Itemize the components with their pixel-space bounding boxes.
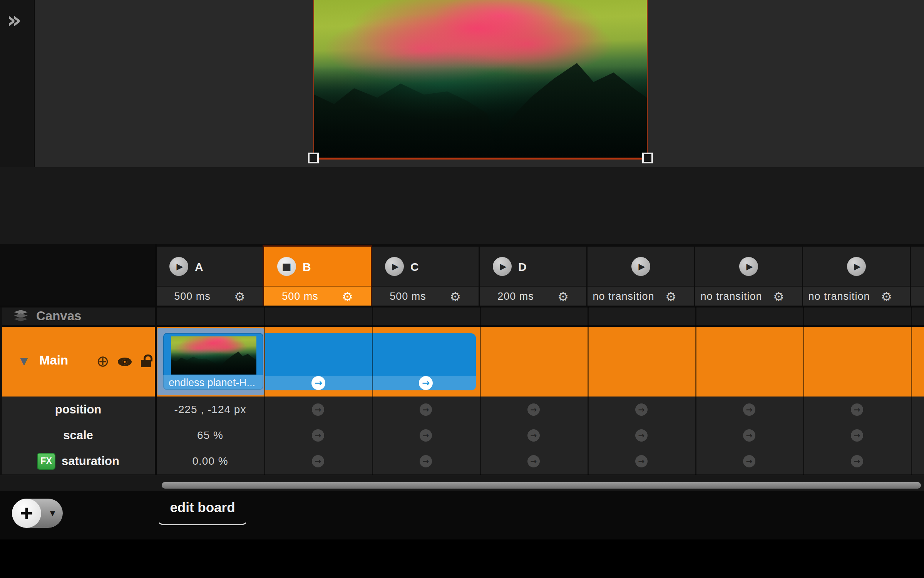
play-button[interactable]: ▶ <box>739 257 758 276</box>
board-column-b-header[interactable]: ■ B 500 ms ⚙ <box>264 247 371 306</box>
keyframe-arrow-icon[interactable]: → <box>420 403 432 416</box>
clip-transition-strip: → → <box>265 376 476 390</box>
add-button-with-dropdown[interactable]: + ▼ <box>12 499 63 528</box>
expand-panel-icon[interactable]: » <box>7 7 21 33</box>
layers-icon <box>14 310 28 323</box>
keyframe-arrow-icon[interactable]: → <box>527 403 540 416</box>
media-clip-cell-a[interactable]: endless planet-H... <box>163 333 263 390</box>
clip-thumbnail <box>171 336 256 375</box>
gear-icon[interactable]: ⚙ <box>773 289 784 304</box>
app-window: » Dashboard Timeline 1 ▶ A 500 ms <box>0 0 924 578</box>
property-value[interactable]: 65 % <box>156 422 264 448</box>
board-column-5-header[interactable]: ▶ no transition ⚙ <box>588 247 694 306</box>
gear-icon[interactable]: ⚙ <box>342 289 353 304</box>
keyframe-arrow-icon[interactable]: → <box>635 455 648 467</box>
plus-icon[interactable]: + <box>12 499 41 528</box>
keyframe-arrow-icon[interactable]: → <box>851 403 863 416</box>
transition-setting[interactable]: no transition <box>803 287 875 306</box>
board-column-c-header[interactable]: ▶ C 500 ms ⚙ <box>372 247 479 306</box>
play-button[interactable]: ▶ <box>847 257 866 276</box>
play-button[interactable]: ▶ <box>493 257 512 276</box>
column-divider <box>588 307 589 475</box>
board-column-6-header[interactable]: ▶ no transition ⚙ <box>695 247 802 306</box>
add-to-layer-icon[interactable]: ⊕ <box>96 352 109 370</box>
keyframe-arrow-icon[interactable]: → <box>420 455 432 467</box>
canvas-group-row[interactable]: Canvas <box>0 307 924 325</box>
horizontal-scrollbar-track[interactable] <box>0 475 924 491</box>
property-label: saturation <box>62 454 119 468</box>
column-label: C <box>410 260 419 274</box>
edit-board-button[interactable]: edit board <box>156 500 249 525</box>
keyframe-arrow-icon[interactable]: → <box>851 429 863 442</box>
column-divider <box>803 307 804 475</box>
stop-button[interactable]: ■ <box>277 257 296 276</box>
edit-board-underline <box>157 516 248 525</box>
column-label: A <box>195 260 203 274</box>
left-rail: » <box>0 0 35 167</box>
transition-arrow-icon[interactable]: → <box>419 376 433 390</box>
column-divider <box>695 307 696 475</box>
edit-board-label: edit board <box>156 500 249 515</box>
keyframe-arrow-icon[interactable]: → <box>527 455 540 467</box>
column-label: B <box>303 260 311 274</box>
unlocked-padlock-icon[interactable] <box>141 360 151 367</box>
keyframe-arrow-icon[interactable]: → <box>312 455 324 467</box>
preview-media-selected[interactable] <box>313 0 648 160</box>
keyframe-arrow-icon[interactable]: → <box>312 429 324 442</box>
gear-icon[interactable]: ⚙ <box>665 289 676 304</box>
board-column-a-header[interactable]: ▶ A 500 ms ⚙ <box>156 247 263 306</box>
column-divider <box>911 307 912 475</box>
board-column-d-header[interactable]: ▶ D 200 ms ⚙ <box>480 247 586 306</box>
column-label: D <box>518 260 527 274</box>
keyframe-arrow-icon[interactable]: → <box>420 429 432 442</box>
property-row-saturation: FX saturation 0.00 % → → → → → → <box>0 448 924 475</box>
preview-panel: » <box>0 0 924 167</box>
transition-setting[interactable]: no transition <box>588 287 660 306</box>
clip-name-label: endless planet-H... <box>163 375 263 390</box>
property-row-position: position -225 , -124 px → → → → → → <box>0 397 924 423</box>
play-button[interactable]: ▶ <box>385 257 404 276</box>
transition-arrow-icon[interactable]: → <box>311 376 325 390</box>
board-column-7-header[interactable]: ▶ no transition ⚙ <box>803 247 910 306</box>
resize-handle-bottom-left[interactable] <box>308 153 319 163</box>
keyframe-arrow-icon[interactable]: → <box>527 429 540 442</box>
gear-icon[interactable]: ⚙ <box>234 289 245 304</box>
tabs-strip: Dashboard Timeline 1 <box>0 167 924 244</box>
dropdown-chevron-icon[interactable]: ▼ <box>50 509 55 517</box>
keyframe-arrow-icon[interactable]: → <box>743 403 755 416</box>
left-edge <box>0 307 2 475</box>
keyframe-arrow-icon[interactable]: → <box>743 429 755 442</box>
gear-icon[interactable]: ⚙ <box>557 289 569 304</box>
transition-duration[interactable]: 500 ms <box>156 287 228 306</box>
board-column-8-header-partial <box>911 247 924 306</box>
preview-media-image <box>314 0 647 158</box>
keyframe-arrow-icon[interactable]: → <box>312 403 324 416</box>
play-button[interactable]: ▶ <box>169 257 188 276</box>
gear-icon[interactable]: ⚙ <box>450 289 461 304</box>
keyframe-arrow-icon[interactable]: → <box>743 455 755 467</box>
play-button[interactable]: ▶ <box>631 257 650 276</box>
column-divider <box>480 307 481 475</box>
column-divider <box>264 307 265 475</box>
keyframe-arrow-icon[interactable]: → <box>635 403 648 416</box>
transition-duration[interactable]: 500 ms <box>264 287 336 306</box>
keyframe-arrow-icon[interactable]: → <box>851 455 863 467</box>
disclosure-triangle-icon[interactable]: ▼ <box>20 355 28 367</box>
property-label: position <box>55 403 102 417</box>
horizontal-scrollbar-thumb[interactable] <box>162 482 921 489</box>
property-value[interactable]: 0.00 % <box>156 448 264 474</box>
property-value[interactable]: -225 , -124 px <box>156 397 264 422</box>
transition-duration[interactable]: 500 ms <box>372 287 444 306</box>
keyframe-arrow-icon[interactable]: → <box>635 429 648 442</box>
visibility-eye-icon[interactable] <box>118 358 132 366</box>
transition-setting[interactable]: no transition <box>695 287 767 306</box>
canvas-group-label: Canvas <box>36 309 81 323</box>
property-row-scale: scale 65 % → → → → → → <box>0 422 924 449</box>
layer-name: Main <box>39 353 68 368</box>
transition-duration[interactable]: 200 ms <box>480 287 552 306</box>
clip-span-columns-b-c[interactable]: → → <box>265 333 476 390</box>
resize-handle-bottom-right[interactable] <box>642 153 653 163</box>
fx-badge: FX <box>37 453 55 470</box>
bottom-letterbox <box>0 539 924 578</box>
gear-icon[interactable]: ⚙ <box>881 289 892 304</box>
